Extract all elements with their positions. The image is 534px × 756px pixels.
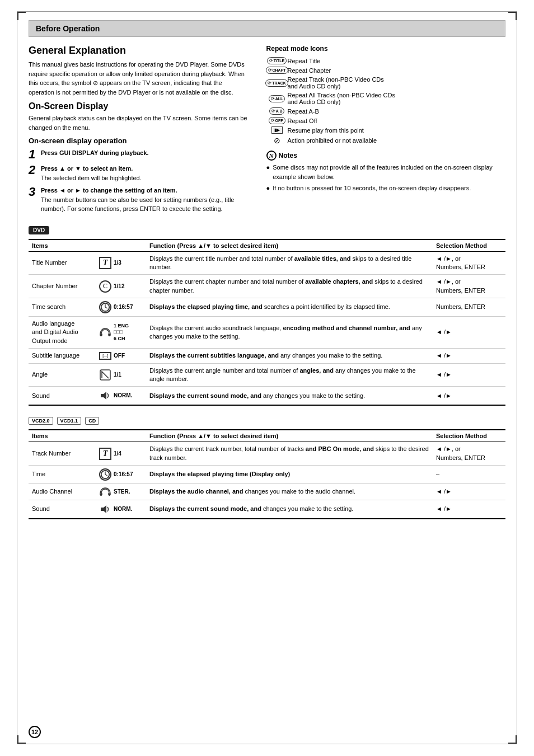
icon-val: 0:16:57 [114, 303, 133, 311]
sound-icon [99, 389, 111, 402]
dvd-sel-subtitle: ◄ /► [433, 349, 505, 363]
vcd-item-track: Track Number [29, 442, 96, 466]
t-box-icon: T [99, 257, 111, 269]
svg-rect-6 [101, 394, 104, 397]
dvd-badge-wrap: DVD [29, 226, 505, 237]
svg-rect-11 [109, 494, 110, 496]
dvd-table-body: Title Number T 1/3 Displays the current … [29, 251, 505, 405]
vcd-icon-audio: STER. [96, 484, 146, 500]
svg-line-2 [105, 307, 107, 308]
vcd-icon-track: T 1/4 [96, 442, 146, 466]
vcd-table-header-row: Items Function (Press ▲/▼ to select desi… [29, 430, 505, 442]
repeat-row-resume: ▮▶ Resume play from this point [266, 126, 505, 134]
dvd-item-audio: Audio languageand Digital AudioOutput mo… [29, 317, 96, 349]
sound-icon [99, 503, 111, 515]
icon-val: 1/4 [114, 450, 121, 458]
vcd-col-function: Function (Press ▲/▼ to select desired it… [146, 430, 433, 442]
icon-val: 0:16:57 [114, 471, 133, 478]
repeat-label-resume: Resume play from this point [288, 127, 364, 134]
vcd-icon-time: 0:16:57 [96, 466, 146, 484]
table-row: Time 0:16:57 Displays the elapsed playin… [29, 466, 505, 484]
dvd-col-selection: Selection Method [433, 240, 505, 252]
icon-val: 1/12 [114, 283, 124, 290]
step-2-bold: Press ▲ or ▼ to select an item. [41, 165, 133, 172]
onscreen-display-body: General playback status can be displayed… [29, 114, 250, 132]
page-num-box: 12 [29, 726, 41, 738]
step-3-num: 3 [29, 186, 38, 198]
dvd-fn-angle: Displays the current angle number and to… [146, 363, 433, 387]
clock-icon [99, 301, 111, 313]
dvd-item-chapter: Chapter Number [29, 275, 96, 298]
notes-label: Notes [279, 152, 297, 159]
repeat-icon-resume: ▮▶ [266, 126, 288, 134]
onscreen-display-title: On-Screen Display [29, 101, 250, 111]
dvd-icon-subtitle: [...] OFF [96, 349, 146, 363]
dvd-icon-chapter: C 1/12 [96, 275, 146, 298]
icon-val: 1/1 [114, 371, 121, 379]
table-row: Sound NORM. [29, 387, 505, 406]
vcd-fn-sound: Displays the current sound mode, and cha… [146, 500, 433, 519]
note-2: ● If no button is pressed for 10 seconds… [266, 184, 505, 193]
vcd-table-body: Track Number T 1/4 Displays the current … [29, 442, 505, 519]
icon-val: STER. [114, 488, 130, 496]
step-2-text: Press ▲ or ▼ to select an item. The sele… [41, 164, 142, 182]
vcd-table: Items Function (Press ▲/▼ to select desi… [29, 429, 505, 519]
step-3-bold: Press ◄ or ► to change the setting of an… [41, 187, 177, 194]
dvd-sel-audio: ◄ /► [433, 317, 505, 349]
repeat-label-prohibited: Action prohibited or not available [288, 137, 377, 144]
repeat-row-all: ⟳ ALL Repeat All Tracks (non-PBC Video C… [266, 92, 505, 105]
step-2: 2 Press ▲ or ▼ to select an item. The se… [29, 164, 250, 182]
table-row: Chapter Number C 1/12 Displays the curre… [29, 275, 505, 298]
clock-icon [99, 468, 111, 481]
table-row: Sound NORM. [29, 500, 505, 519]
dvd-table-header-row: Items Function (Press ▲/▼ to select desi… [29, 240, 505, 252]
dvd-item-sound: Sound [29, 387, 96, 406]
vcd-col-items: Items [29, 430, 96, 442]
dvd-col-icon [96, 240, 146, 252]
two-column-layout: General Explanation This manual gives ba… [29, 45, 505, 217]
vcd-section: VCD2.0 VCD1.1 CD Items Function (Press ▲… [29, 417, 505, 519]
svg-rect-3 [100, 334, 102, 336]
dvd-item-title-number: Title Number [29, 251, 96, 275]
svg-rect-4 [109, 334, 110, 336]
dvd-fn-time: Displays the elapsed playing time, and s… [146, 298, 433, 317]
vcd-item-audio: Audio Channel [29, 484, 96, 500]
icon-val: NORM. [114, 505, 132, 513]
dvd-icon-angle: 1/1 [96, 363, 146, 387]
vcd-item-time: Time [29, 466, 96, 484]
table-row: Angle 1/1 Dis [29, 363, 505, 387]
repeat-label-chapter: Repeat Chapter [288, 67, 331, 74]
dvd-icon-time: 0:16:57 [96, 298, 146, 317]
repeat-icon-title: ⟳ TITLE [266, 57, 288, 64]
dvd-item-time: Time search [29, 298, 96, 317]
vcd-icon-sound: NORM. [96, 500, 146, 519]
notes-title: N Notes [266, 151, 505, 161]
table-row: Audio Channel STER. [29, 484, 505, 500]
dvd-sel-time: Numbers, ENTER [433, 298, 505, 317]
repeat-icon-off: ⟳ OFF [266, 117, 288, 124]
dvd-col-items: Items [29, 240, 96, 252]
repeat-icon-ab: ⟳ A B [266, 107, 288, 115]
vcd-table-head: Items Function (Press ▲/▼ to select desi… [29, 430, 505, 442]
dvd-col-function: Function (Press ▲/▼ to select desired it… [146, 240, 433, 252]
icon-val: OFF [114, 352, 125, 360]
repeat-label-track: Repeat Track (non-PBC Video CDsand Audio… [288, 76, 384, 90]
table-row: Subtitle language [...] OFF Displays the… [29, 349, 505, 363]
note-icon: N [266, 151, 277, 161]
vcd11-badge: VCD1.1 [57, 417, 82, 425]
vcd-fn-track: Displays the current track number, total… [146, 442, 433, 466]
dvd-item-subtitle: Subtitle language [29, 349, 96, 363]
dvd-icon-audio: 1 ENG □□□ 6 CH [96, 317, 146, 349]
note-1-text: Some discs may not provide all of the fe… [273, 163, 505, 181]
dvd-sel-angle: ◄ /► [433, 363, 505, 387]
vcd-fn-time: Displays the elapsed playing time (Displ… [146, 466, 433, 484]
step-1: 1 Press GUI DISPLAY during playback. [29, 148, 250, 161]
subtitle-icon: [...] [99, 352, 111, 360]
dvd-section: DVD Items Function (Press ▲/▼ to select … [29, 226, 505, 406]
dvd-sel-sound: ◄ /► [433, 387, 505, 406]
step-3-text: Press ◄ or ► to change the setting of an… [41, 186, 250, 214]
svg-rect-10 [100, 494, 102, 496]
dvd-table-head: Items Function (Press ▲/▼ to select desi… [29, 240, 505, 252]
svg-line-9 [105, 475, 107, 476]
icon-val: NORM. [114, 392, 132, 400]
